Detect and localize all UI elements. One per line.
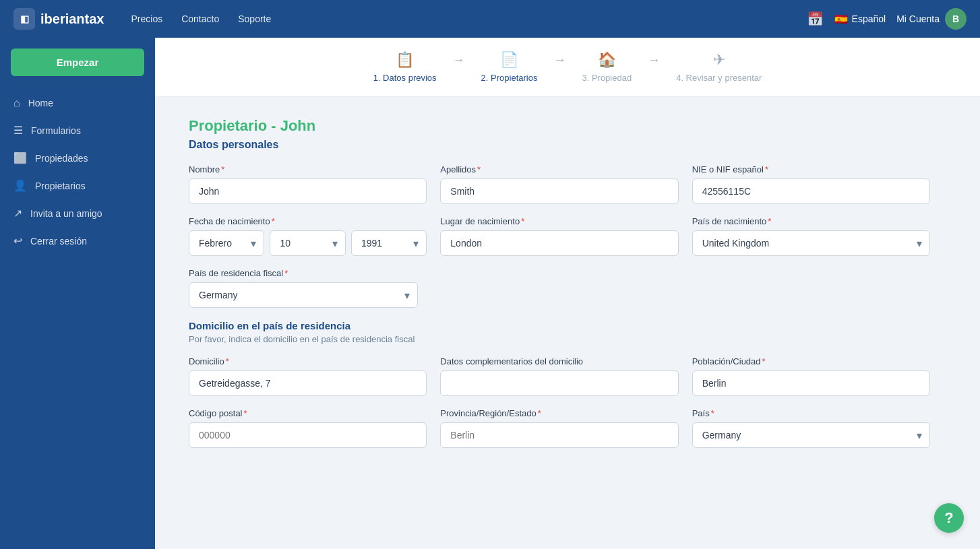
step-2[interactable]: 📄 2. Propietarios [481, 51, 538, 83]
sidebar-item-formularios[interactable]: ☰ Formularios [0, 117, 155, 144]
lugar-input[interactable] [440, 230, 678, 256]
sidebar-item-formularios-label: Formularios [31, 125, 81, 136]
pais-res-label: País de residencia fiscal* [189, 268, 418, 278]
cod-postal-group: Código postal* [189, 408, 427, 448]
flag-icon: 🇪🇸 [834, 13, 848, 26]
pais-res-group: País de residencia fiscal* Germany [189, 268, 418, 308]
pais-nac-select[interactable]: United Kingdom [692, 230, 930, 256]
apellidos-label: Apellidos* [440, 164, 678, 174]
arrow-3: → [648, 53, 660, 81]
cod-postal-input[interactable] [189, 422, 427, 448]
pais-res-select[interactable]: Germany [189, 282, 418, 308]
sidebar-item-propiedades[interactable]: ⬜ Propiedades [0, 144, 155, 172]
fecha-label: Fecha de nacimiento* [189, 216, 427, 226]
step-4-label: 4. Revisar y presentar [676, 73, 762, 83]
sidebar-item-invita[interactable]: ↗ Invita a un amigo [0, 199, 155, 227]
topnav-right: 📅 🇪🇸 Español Mi Cuenta B [807, 8, 967, 30]
poblacion-input[interactable] [692, 370, 930, 396]
properties-icon: ⬜ [13, 152, 27, 164]
form-row-4: Domicilio* Datos complementarios del dom… [189, 356, 930, 396]
cod-postal-label: Código postal* [189, 408, 427, 418]
pais-dom-wrapper: Germany [692, 422, 930, 448]
provincia-input[interactable] [440, 422, 678, 448]
poblacion-group: Población/Ciudad* [692, 356, 930, 396]
nie-label: NIE o NIF español* [692, 164, 930, 174]
provincia-label: Provincia/Región/Estado* [440, 408, 678, 418]
logo-icon: ◧ [13, 8, 35, 30]
stepper: 📋 1. Datos previos → 📄 2. Propietarios →… [155, 38, 980, 97]
mes-select[interactable]: Febrero [189, 230, 264, 256]
domicilio-group: Domicilio* [189, 356, 427, 396]
datos-comp-input[interactable] [440, 370, 678, 396]
domicilio-section-title: Domicilio en el país de residencia [189, 320, 930, 331]
logout-icon: ↩ [13, 234, 22, 247]
step-3[interactable]: 🏠 3. Propiedad [582, 51, 632, 83]
year-wrapper: 1991 [351, 230, 427, 256]
apellidos-input[interactable] [440, 179, 678, 204]
year-select[interactable]: 1991 [351, 230, 427, 256]
step-1-icon: 📋 [396, 51, 414, 69]
main-layout: Empezar ⌂ Home ☰ Formularios ⬜ Propiedad… [0, 38, 980, 549]
step-3-icon: 🏠 [598, 51, 616, 69]
top-navigation: ◧ iberiantax Precios Contacto Soporte 📅 … [0, 0, 980, 38]
step-2-label: 2. Propietarios [481, 73, 538, 83]
provincia-group: Provincia/Región/Estado* [440, 408, 678, 448]
domicilio-note: Por favor, indica el domicilio en el paí… [189, 334, 930, 344]
nombre-group: Nombre* [189, 164, 427, 204]
step-3-label: 3. Propiedad [582, 73, 632, 83]
fecha-group: Fecha de nacimiento* Febrero 10 [189, 216, 427, 256]
home-icon: ⌂ [13, 97, 20, 109]
logo-text: iberiantax [40, 11, 104, 27]
birth-date-row: Febrero 10 1991 [189, 230, 427, 256]
language-label: Español [852, 13, 886, 24]
pais-dom-label: País* [692, 408, 930, 418]
step-4[interactable]: ✈ 4. Revisar y presentar [676, 51, 762, 83]
help-button[interactable]: ? [934, 503, 964, 533]
pais-dom-select[interactable]: Germany [692, 422, 930, 448]
pais-nac-group: País de nacimiento* United Kingdom [692, 216, 930, 256]
pais-nac-wrapper: United Kingdom [692, 230, 930, 256]
calendar-icon[interactable]: 📅 [807, 11, 824, 27]
form-row-5: Código postal* Provincia/Región/Estado* … [189, 408, 930, 448]
sidebar-item-cerrar[interactable]: ↩ Cerrar sesión [0, 227, 155, 255]
user-avatar: B [945, 8, 967, 30]
nie-input[interactable] [692, 179, 930, 204]
invite-icon: ↗ [13, 207, 22, 220]
logo[interactable]: ◧ iberiantax [13, 8, 104, 30]
forms-icon: ☰ [13, 124, 23, 137]
arrow-2: → [553, 53, 565, 81]
pais-nac-label: País de nacimiento* [692, 216, 930, 226]
nav-links: Precios Contacto Soporte [131, 13, 806, 24]
mes-wrapper: Febrero [189, 230, 264, 256]
dia-select[interactable]: 10 [270, 230, 345, 256]
dia-wrapper: 10 [270, 230, 345, 256]
step-2-icon: 📄 [500, 51, 518, 69]
pais-dom-group: País* Germany [692, 408, 930, 448]
nombre-label: Nombre* [189, 164, 427, 174]
start-button[interactable]: Empezar [11, 49, 144, 76]
account-menu[interactable]: Mi Cuenta B [896, 8, 967, 30]
language-selector[interactable]: 🇪🇸 Español [834, 13, 886, 26]
owner-title: Propietario - John [189, 117, 930, 135]
domicilio-label: Domicilio* [189, 356, 427, 366]
pais-res-wrapper: Germany [189, 282, 418, 308]
sidebar-item-home[interactable]: ⌂ Home [0, 90, 155, 117]
sidebar-item-propietarios[interactable]: 👤 Propietarios [0, 172, 155, 199]
form-row-2: Fecha de nacimiento* Febrero 10 [189, 216, 930, 256]
lugar-group: Lugar de nacimiento* [440, 216, 678, 256]
lugar-label: Lugar de nacimiento* [440, 216, 678, 226]
domicilio-input[interactable] [189, 370, 427, 396]
form-row-1: Nombre* Apellidos* NIE o NIF español* [189, 164, 930, 204]
nombre-input[interactable] [189, 179, 427, 204]
step-1[interactable]: 📋 1. Datos previos [373, 51, 437, 83]
nav-soporte[interactable]: Soporte [238, 13, 271, 24]
content-area: 📋 1. Datos previos → 📄 2. Propietarios →… [155, 38, 980, 549]
apellidos-group: Apellidos* [440, 164, 678, 204]
step-4-icon: ✈ [713, 51, 725, 69]
sidebar-item-propietarios-label: Propietarios [35, 181, 86, 191]
nav-precios[interactable]: Precios [131, 13, 162, 24]
arrow-1: → [453, 53, 465, 81]
nav-contacto[interactable]: Contacto [181, 13, 219, 24]
sidebar-item-home-label: Home [28, 98, 53, 108]
nie-group: NIE o NIF español* [692, 164, 930, 204]
